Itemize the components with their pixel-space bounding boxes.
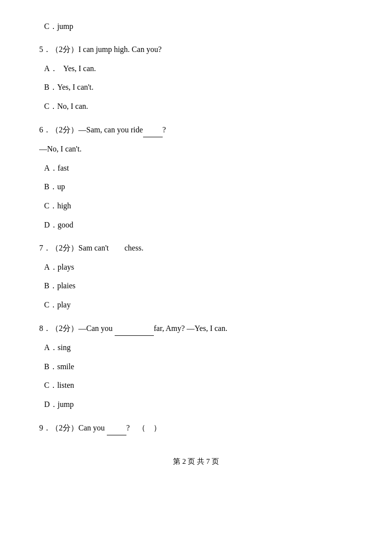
question-5-option-c: C．No, I can.	[39, 100, 353, 114]
question-7-option-c: C．play	[39, 298, 353, 312]
question-9: 9．（2分）Can you ? （ ）	[39, 421, 353, 435]
page-footer-text: 第 2 页 共 7 页	[173, 457, 219, 465]
question-5-option-a: A． Yes, I can.	[39, 62, 353, 76]
option-c-jump: C．jump	[39, 20, 353, 34]
question-6: 6．（2分）—Sam, can you ride ? —No, I can't.…	[39, 123, 353, 232]
question-6-option-c: C．high	[39, 199, 353, 213]
question-8: 8．（2分）—Can you far, Amy? —Yes, I can. A．…	[39, 321, 353, 412]
question-5-text: 5．（2分）I can jump high. Can you?	[39, 43, 353, 57]
question-8-option-b: B．smile	[39, 360, 353, 374]
question-6-option-b: B．up	[39, 180, 353, 194]
question-5-option-b: B．Yes, I can't.	[39, 80, 353, 95]
question-6-text: 6．（2分）—Sam, can you ride ?	[39, 123, 353, 137]
page-footer: 第 2 页 共 7 页	[39, 455, 353, 468]
question-8-option-a: A．sing	[39, 341, 353, 355]
blank-q6	[143, 123, 163, 137]
question-8-text: 8．（2分）—Can you far, Amy? —Yes, I can.	[39, 321, 353, 336]
blank-q9	[107, 421, 126, 435]
question-7-option-a: A．plays	[39, 260, 353, 275]
question-7-option-b: B．plaies	[39, 279, 353, 293]
question-5: 5．（2分）I can jump high. Can you? A． Yes, …	[39, 43, 353, 114]
question-8-option-c: C．listen	[39, 378, 353, 393]
question-7: 7．（2分）Sam can't chess. A．plays B．plaies …	[39, 241, 353, 312]
option-c-jump-text: C．jump	[44, 22, 74, 30]
question-6-option-d: D．good	[39, 218, 353, 232]
standalone-option-c: C．jump	[39, 20, 353, 34]
question-6-sub: —No, I can't.	[39, 142, 353, 156]
question-7-text: 7．（2分）Sam can't chess.	[39, 241, 353, 255]
question-6-option-a: A．fast	[39, 161, 353, 176]
blank-q8	[115, 321, 154, 336]
question-8-option-d: D．jump	[39, 398, 353, 412]
question-9-text: 9．（2分）Can you ? （ ）	[39, 421, 353, 435]
